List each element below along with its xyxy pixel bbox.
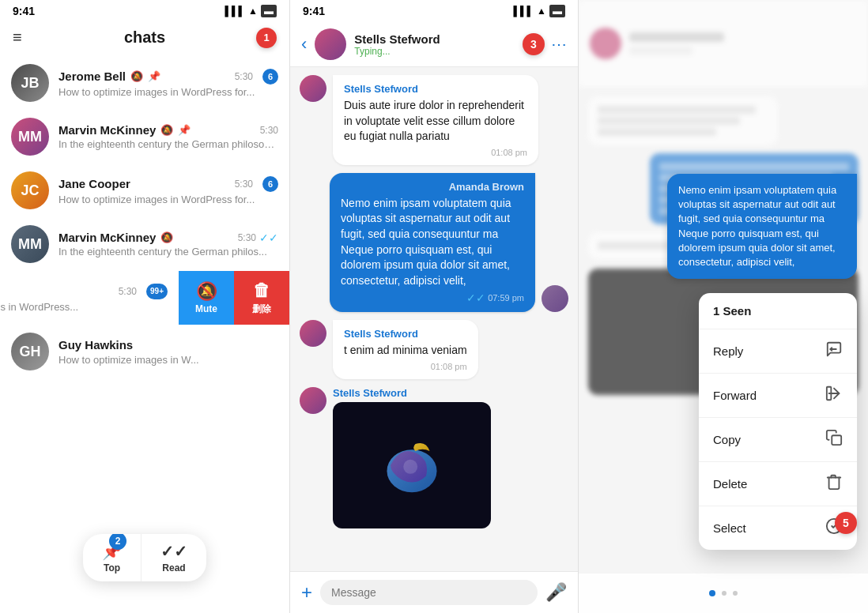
select-menu-item[interactable]: Select (699, 506, 857, 550)
message-text: Duis aute irure dolor in reprehenderit i… (344, 98, 527, 145)
context-menu: 1 Seen Reply Forward Copy (699, 293, 857, 550)
status-time-2: 9:41 (303, 5, 325, 17)
chat-name-row: pper 5:30 99+ (0, 284, 168, 299)
copy-menu-item[interactable]: Copy (699, 418, 857, 462)
svg-point-1 (403, 460, 417, 474)
avatar: JC (11, 171, 49, 209)
message-input[interactable] (320, 580, 538, 605)
voice-button[interactable]: 🎤 (545, 582, 567, 603)
chat-badge-large: 99+ (146, 284, 168, 299)
delete-swipe-button[interactable]: 🗑 删除 (234, 271, 289, 325)
list-item[interactable]: JC Jane Cooper 5:30 6 How to optimize im… (0, 164, 289, 217)
forward-label: Forward (713, 389, 757, 402)
chat-info: pper 5:30 99+ mize images in WordPress..… (0, 284, 168, 313)
chat-name: Marvin McKinney (58, 123, 156, 137)
wifi-icon-2: ▲ (537, 6, 546, 17)
status-icons-1: ▌▌▌ ▲ ▬ (225, 5, 277, 17)
message-text-out: Nemo enim ipsam voluptatem quia voluptas… (341, 196, 524, 289)
chats-header-badge: 1 (256, 28, 277, 48)
status-bar-2: 9:41 ▌▌▌ ▲ ▬ (290, 0, 578, 22)
bottom-nav-bar (579, 574, 868, 613)
highlighted-message: Nemo enim ipsam voluptatem quia voluptas… (667, 174, 857, 279)
battery-icon: ▬ (261, 5, 277, 17)
mute-swipe-button[interactable]: 🔕 Mute (179, 271, 234, 325)
chat-time: 5:30 (260, 125, 278, 136)
context-panel-badge: 5 (835, 512, 857, 534)
chat-time: 5:30 (235, 179, 253, 190)
chat-preview: How to optimize images in W... (58, 354, 278, 366)
delete-swipe-icon: 🗑 (253, 280, 270, 301)
conversation-badge: 3 (523, 33, 545, 55)
chat-name: Marvin McKinney (58, 231, 156, 244)
message-bubble-outgoing: Amanda Brown Nemo enim ipsam voluptatem … (330, 173, 535, 313)
delete-label: 删除 (252, 303, 271, 316)
chat-info: Jane Cooper 5:30 6 How to optimize image… (58, 176, 278, 205)
message-outgoing: Amanda Brown Nemo enim ipsam voluptatem … (300, 173, 568, 313)
chat-info: Marvin McKinney 🔕 📌 5:30 In the eighteen… (58, 123, 278, 150)
list-item[interactable]: JB Jerome Bell 🔕 📌 5:30 6 How to optimiz… (0, 56, 289, 110)
menu-icon[interactable]: ≡ (13, 28, 22, 47)
pin-icon: 📌 (178, 124, 191, 136)
msg-avatar (300, 75, 326, 102)
contact-status: Typing... (354, 46, 523, 57)
message-sender-2: Stells Stefword (344, 328, 467, 340)
list-item-swiped[interactable]: J pper 5:30 99+ mize images in WordPress… (0, 271, 179, 325)
list-item[interactable]: MM Marvin McKinney 🔕 📌 5:30 In the eight… (0, 110, 289, 164)
pin-icon: 📌 (148, 70, 160, 82)
read-float-button[interactable]: ✓✓ Read (142, 534, 206, 581)
conversation-panel: 9:41 ▌▌▌ ▲ ▬ ‹ Stells Stefword Typing...… (289, 0, 579, 613)
mute-icon: 🔕 (160, 231, 173, 243)
forward-menu-item[interactable]: Forward (699, 374, 857, 418)
status-icons-2: ▌▌▌ ▲ ▬ (514, 5, 565, 17)
message-bubble-image: Stells Stefword (333, 387, 491, 528)
double-tick-icon: ✓✓ (259, 231, 278, 244)
nav-dot (722, 591, 726, 596)
top-float-button[interactable]: 📌 Top 2 (83, 534, 142, 581)
add-attachment-button[interactable]: + (301, 581, 312, 604)
wifi-icon: ▲ (248, 6, 258, 17)
msg-avatar-3 (300, 387, 326, 414)
message-incoming-image: Stells Stefword (300, 387, 568, 528)
message-text-2: t enim ad minima veniam (344, 343, 467, 359)
swiped-chat-container: J pper 5:30 99+ mize images in WordPress… (0, 271, 289, 325)
message-image (333, 402, 491, 528)
floating-actions: 📌 Top 2 ✓✓ Read (83, 534, 206, 581)
chat-badge: 6 (262, 176, 278, 192)
chat-name-row: Jerome Bell 🔕 📌 5:30 6 (58, 69, 278, 85)
signal-icon-2: ▌▌▌ (514, 6, 534, 17)
list-item[interactable]: GH Guy Hawkins How to optimize images in… (0, 325, 289, 378)
copy-icon (825, 429, 843, 450)
chat-name-row: Marvin McKinney 🔕 5:30 ✓✓ (58, 231, 278, 244)
chat-preview: In the eighteenth century the German phi… (58, 246, 278, 258)
list-item[interactable]: MM Marvin McKinney 🔕 5:30 ✓✓ In the eigh… (0, 217, 289, 271)
chat-name: Jane Cooper (58, 177, 130, 190)
blurred-header-bg (579, 0, 868, 87)
reply-menu-item[interactable]: Reply (699, 329, 857, 374)
mute-label: Mute (195, 303, 217, 314)
back-button[interactable]: ‹ (301, 34, 307, 55)
chat-name: Jerome Bell (58, 70, 126, 83)
contact-avatar (315, 28, 346, 60)
avatar: JB (11, 64, 49, 102)
mute-icon: 🔕 (160, 124, 173, 136)
reply-label: Reply (713, 344, 743, 358)
message-time-2: 01:08 pm (344, 362, 467, 371)
avatar: GH (11, 333, 49, 370)
chats-title: chats (124, 28, 165, 47)
signal-icon: ▌▌▌ (225, 6, 246, 17)
message-sender-out: Amanda Brown (341, 181, 524, 193)
chat-preview: mize images in WordPress... (0, 301, 168, 313)
avatar: MM (11, 225, 49, 263)
chat-info: Jerome Bell 🔕 📌 5:30 6 How to optimize i… (58, 69, 278, 98)
message-time: 01:08 pm (344, 148, 527, 157)
more-button[interactable]: ⋯ (551, 35, 567, 54)
chat-time: 5:30 (235, 71, 253, 82)
message-bubble-incoming-2: Stells Stefword t enim ad minima veniam … (333, 320, 478, 379)
nav-dot (733, 591, 738, 596)
message-input-area: + 🎤 3 (290, 571, 578, 613)
top-badge: 2 (109, 534, 126, 550)
conversation-header: ‹ Stells Stefword Typing... 3 ⋯ (290, 22, 578, 67)
delete-menu-item[interactable]: Delete (699, 462, 857, 506)
avatar: MM (11, 118, 49, 156)
mute-icon: 🔕 (130, 70, 143, 82)
